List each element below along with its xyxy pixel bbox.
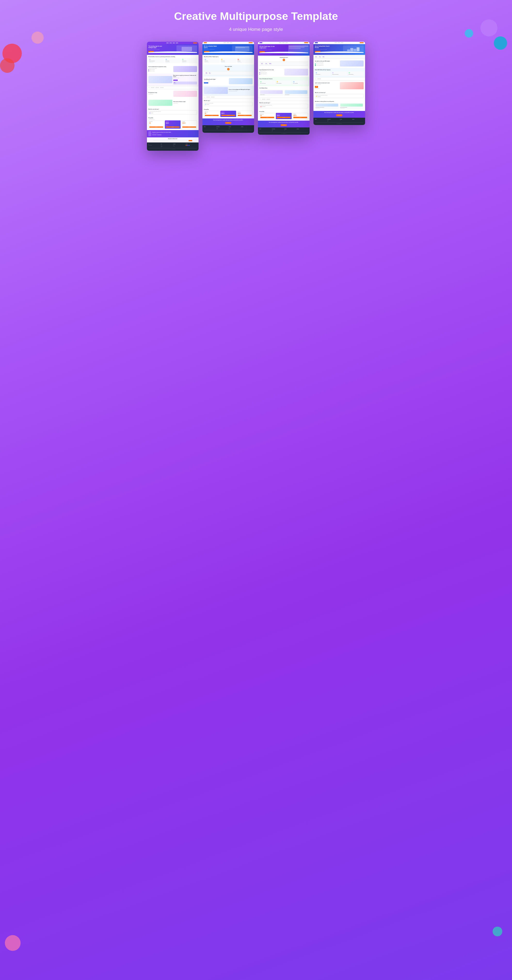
- template-page-1[interactable]: This landing page for your Intelligent A…: [147, 42, 198, 151]
- nav-link: [338, 43, 340, 43]
- social-icon-linkedin[interactable]: [189, 145, 190, 146]
- col-text: You Can Optimization Our application eas…: [148, 66, 172, 72]
- section-stats-3: Download love user 13 12+ Happy users 15…: [258, 56, 309, 67]
- chart-bar: [353, 49, 357, 51]
- footer-link[interactable]: Portfolio: [216, 129, 228, 129]
- footer-grid-2: Moc.o Information About Us Portfolio Sup…: [204, 126, 253, 129]
- template-page-3[interactable]: All your SaaS apps. In one single place …: [258, 42, 309, 135]
- stat-item: 15+ Countries: [209, 72, 211, 74]
- template-page-4[interactable]: Boost Getting Better Search Results Prof…: [314, 42, 365, 125]
- stat-desc: Agency Total Examples: [315, 88, 339, 89]
- footer-link[interactable]: Contact: [229, 129, 240, 129]
- footer-link[interactable]: FAQ: [173, 145, 185, 145]
- testimonials-title-3: What Our core client say ?: [259, 102, 308, 103]
- gesture-card: 24hr Attendance: [292, 80, 308, 85]
- footer-link[interactable]: Blog: [272, 131, 283, 131]
- social-icon-twitter[interactable]: [187, 145, 188, 146]
- question-btn-2[interactable]: Contact Us: [225, 122, 231, 124]
- newsletter-input[interactable]: [153, 140, 188, 141]
- footer-link[interactable]: FAQ: [340, 120, 351, 121]
- price-btn[interactable]: Get Started: [149, 126, 163, 128]
- stat-label: Completion rate: [265, 64, 268, 65]
- seo-icon: [349, 72, 350, 73]
- footer-link[interactable]: FAQ: [229, 128, 240, 128]
- blog-post-title: Best content marketing: [340, 107, 363, 108]
- footer-link[interactable]: Contact: [173, 146, 185, 146]
- section-twocol-1: You Can Optimization Our application eas…: [147, 65, 198, 73]
- two-col-creative: ional / creative ies also tend to cover …: [315, 82, 364, 89]
- nav-cta-btn[interactable]: [193, 43, 197, 43]
- price-amount: $0: [260, 115, 274, 116]
- price-label: Premium: [238, 111, 252, 112]
- nav-cta-btn-2[interactable]: [249, 42, 253, 43]
- nav-links-3: [279, 43, 288, 43]
- price-label: Basic Free: [149, 121, 163, 122]
- col-image: [173, 66, 197, 72]
- footer-col-title: Support: [340, 119, 351, 120]
- col-image-5: [229, 78, 253, 84]
- feature-card: Web Design Lorem ipsum dolor sit: [204, 58, 220, 63]
- price-btn[interactable]: Get Started: [277, 117, 291, 118]
- footer-link[interactable]: Features: [161, 146, 172, 146]
- feature-item: Make your collaborations for you: [315, 65, 339, 66]
- social-icon-facebook[interactable]: [186, 145, 187, 146]
- price-card: Basic Free $0 Get Started: [204, 111, 220, 117]
- col-image-6: [204, 87, 228, 94]
- author-avatar-2: [205, 104, 206, 105]
- pricing-grid-3: Basic Free $0 Get Started Enterprise $19…: [259, 113, 308, 119]
- footer-link[interactable]: About: [161, 145, 172, 145]
- footer-col-english-3: English: [297, 129, 308, 132]
- footer-link[interactable]: FAQ: [284, 130, 296, 130]
- author-avatar-3: [260, 106, 262, 107]
- mockup-row: [289, 46, 308, 46]
- price-btn[interactable]: Get Started: [293, 117, 307, 118]
- question-title-3: Have a burning question, a problem that …: [259, 122, 308, 123]
- col-text-6: Lorem ipsum dolor sit amet consectetur: [229, 91, 253, 92]
- mockup-row: [289, 47, 304, 48]
- feature-text: Lorem ipsum dolor sit: [204, 62, 219, 62]
- section-btn-2[interactable]: Learn More: [204, 82, 208, 84]
- download-text: Download our app now and get more exclus…: [152, 132, 197, 135]
- col-image-spend: [284, 69, 308, 75]
- price-btn[interactable]: Get Started: [221, 115, 235, 116]
- template-page-2[interactable]: We Are a Solution Digital agency Best di…: [203, 42, 254, 133]
- google-play-btn[interactable]: [157, 134, 162, 135]
- feature-label: Feature one description: [150, 69, 155, 70]
- mockup-bar: [236, 48, 245, 48]
- testimonials-title-2: What Our say ?: [204, 100, 253, 102]
- footer-link[interactable]: Blog: [161, 146, 172, 147]
- hero-title-1: This landing page for your Intelligent A…: [148, 46, 163, 49]
- question-btn-4[interactable]: Contact Us: [336, 114, 342, 116]
- price-label: Basic Free: [260, 114, 274, 115]
- seo-card-title: Creative Development: [332, 74, 346, 75]
- footer-link[interactable]: About Us: [216, 128, 228, 128]
- price-btn[interactable]: Get Started: [166, 126, 180, 128]
- years-badge: 13: [227, 68, 230, 70]
- testimonial-text: Lorem ipsum dolor sit amet consectetur a…: [149, 111, 196, 112]
- logo-row-4: vjms: [314, 77, 365, 81]
- nav-cta-btn-3[interactable]: [304, 42, 308, 43]
- webpage-1: This landing page for your Intelligent A…: [147, 42, 198, 151]
- app-store-btn[interactable]: [152, 134, 157, 135]
- gesture-card: Real time reporting: [259, 80, 275, 85]
- question-btn-3[interactable]: Contact Us: [281, 124, 287, 126]
- price-btn[interactable]: Get Started: [182, 126, 196, 128]
- price-btn[interactable]: Get Started: [260, 117, 274, 118]
- price-btn[interactable]: Get Started: [238, 115, 252, 116]
- price-btn[interactable]: Get Started: [205, 115, 219, 116]
- price-label: Basic Free: [205, 111, 219, 112]
- footer-col-title: Information: [272, 129, 283, 129]
- footer-col-title: Support: [284, 129, 296, 129]
- section-btn[interactable]: Learn More: [173, 80, 178, 81]
- pricing-title-1: Pricing Plan: [148, 118, 197, 119]
- blog-post-title: We a digital marketing agency: [315, 107, 338, 108]
- footer-col-title-2: Information: [216, 126, 228, 127]
- seo-text: Lorem ipsum dolor sit amet consectetur: [315, 62, 339, 63]
- footer-link[interactable]: Blog: [327, 121, 339, 121]
- newsletter-submit-btn[interactable]: [189, 140, 192, 141]
- footer-link[interactable]: About: [327, 120, 339, 121]
- footer-grid-3: Moc.o Information About Blog Support FAQ…: [259, 129, 308, 132]
- footer-link[interactable]: About: [272, 130, 283, 130]
- section-twocol-2: Why choose our app for your business? co…: [147, 73, 198, 86]
- nav-cta-btn-4[interactable]: [360, 42, 364, 43]
